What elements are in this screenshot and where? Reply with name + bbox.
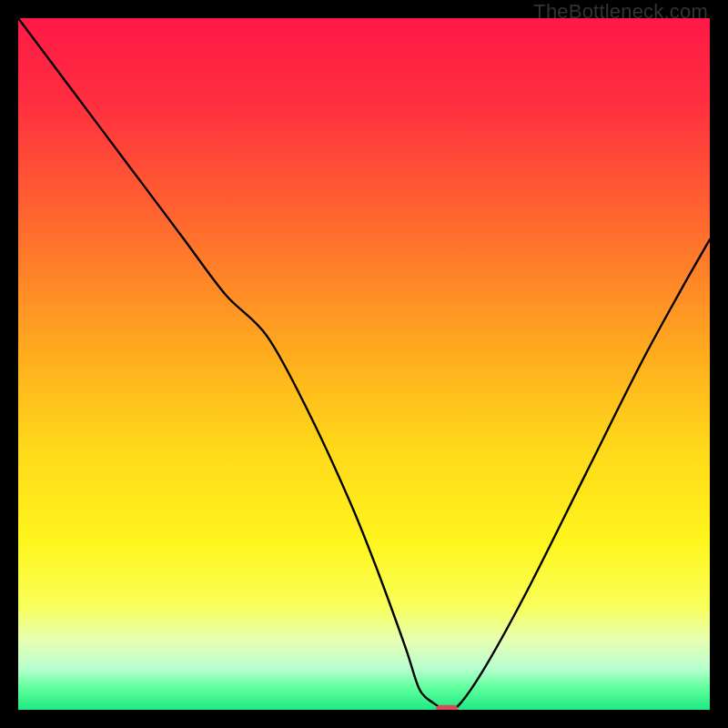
minimum-marker [436, 705, 458, 710]
chart-frame: TheBottleneck.com [0, 0, 728, 728]
plot-area [18, 18, 710, 710]
gradient-background [18, 18, 710, 710]
chart-svg [18, 18, 710, 710]
